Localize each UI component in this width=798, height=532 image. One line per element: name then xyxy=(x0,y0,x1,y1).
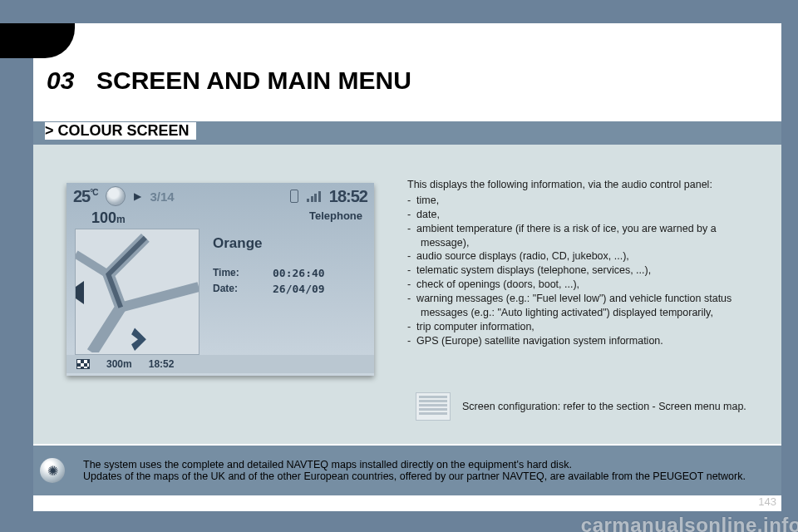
phone-icon xyxy=(290,190,298,203)
track-counter: 3/14 xyxy=(150,190,282,204)
screen-status-bar: 25°C ▶ 3/14 18:52 xyxy=(66,183,374,209)
cd-disc-icon xyxy=(106,186,126,206)
list-item: audio source displays (radio, CD, jukebo… xyxy=(407,249,765,264)
screen-description: This displays the following information,… xyxy=(407,178,765,348)
temperature-value: 25 xyxy=(73,187,90,205)
screen-config-note: Screen configuration: refer to the secti… xyxy=(416,392,765,421)
turn-distance: 100m xyxy=(91,209,126,227)
list-item: warning messages (e.g.: "Fuel level low"… xyxy=(407,292,765,320)
screen-footer-bar: 300m 18:52 xyxy=(66,355,374,373)
list-item: GPS (Europe) satellite navigation system… xyxy=(407,334,765,348)
time-label: Time: xyxy=(213,267,273,279)
call-time-row: Time: 00:26:40 xyxy=(213,267,364,279)
map-roads-icon xyxy=(76,229,199,352)
info-bulb-icon: ✺ xyxy=(40,458,65,483)
map-thumbnail xyxy=(75,229,200,355)
screen-body: Orange Time: 00:26:40 Date: 26/04/09 xyxy=(66,229,374,355)
footer-tip-text: The system uses the complete and detaile… xyxy=(83,459,746,482)
carrier-name: Orange xyxy=(213,235,364,252)
screen-info-panel: Orange Time: 00:26:40 Date: 26/04/09 xyxy=(200,229,374,355)
list-item: check of openings (doors, boot, ...), xyxy=(407,278,765,292)
list-item: telematic system displays (telephone, se… xyxy=(407,264,765,278)
time-value: 00:26:40 xyxy=(273,267,325,279)
destination-flag-icon xyxy=(76,359,90,369)
date-value: 26/04/09 xyxy=(273,283,325,295)
chapter-title: SCREEN AND MAIN MENU xyxy=(96,66,411,95)
temperature-unit: °C xyxy=(90,188,97,197)
description-list: time, date, ambient temperature (if ther… xyxy=(407,194,765,348)
menu-map-thumbnail-icon xyxy=(416,392,451,421)
content-pane: 25°C ▶ 3/14 18:52 100m Telephone xyxy=(33,145,781,444)
play-icon: ▶ xyxy=(134,190,141,202)
signal-bars-icon xyxy=(307,190,321,202)
footer-tip-band: ✺ The system uses the complete and detai… xyxy=(33,446,781,495)
list-item: trip computer information, xyxy=(407,320,765,334)
description-intro: This displays the following information,… xyxy=(407,178,765,192)
footer-tip-line1: The system uses the complete and detaile… xyxy=(83,459,746,470)
config-note-text: Screen configuration: refer to the secti… xyxy=(462,401,746,412)
section-heading: > COLOUR SCREEN xyxy=(45,122,196,140)
page-number: 143 xyxy=(758,495,776,508)
svg-marker-0 xyxy=(131,328,146,351)
list-item: date, xyxy=(407,208,765,222)
turn-left-arrow-icon xyxy=(75,281,84,304)
chapter-tab-notch xyxy=(0,23,75,58)
list-item: ambient temperature (if there is a risk … xyxy=(407,222,765,250)
chapter-number: 03 xyxy=(47,66,74,95)
telephone-label: Telephone xyxy=(309,209,362,227)
temperature-readout: 25°C xyxy=(73,187,97,206)
eta-distance: 300m xyxy=(106,358,132,370)
watermark: carmanualsonline.info xyxy=(581,514,798,532)
turn-distance-value: 100 xyxy=(91,209,116,226)
manual-page: 03 SCREEN AND MAIN MENU > COLOUR SCREEN … xyxy=(33,23,781,511)
screen-subheader: 100m Telephone xyxy=(66,209,374,229)
footer-tip-line2: Updates of the maps of the UK and of the… xyxy=(83,470,746,482)
date-label: Date: xyxy=(213,283,273,295)
clock-readout: 18:52 xyxy=(329,187,367,206)
turn-distance-unit: m xyxy=(116,214,126,225)
eta-time: 18:52 xyxy=(149,358,175,370)
list-item: time, xyxy=(407,194,765,208)
call-date-row: Date: 26/04/09 xyxy=(213,283,364,295)
colour-screen-illustration: 25°C ▶ 3/14 18:52 100m Telephone xyxy=(66,183,374,376)
